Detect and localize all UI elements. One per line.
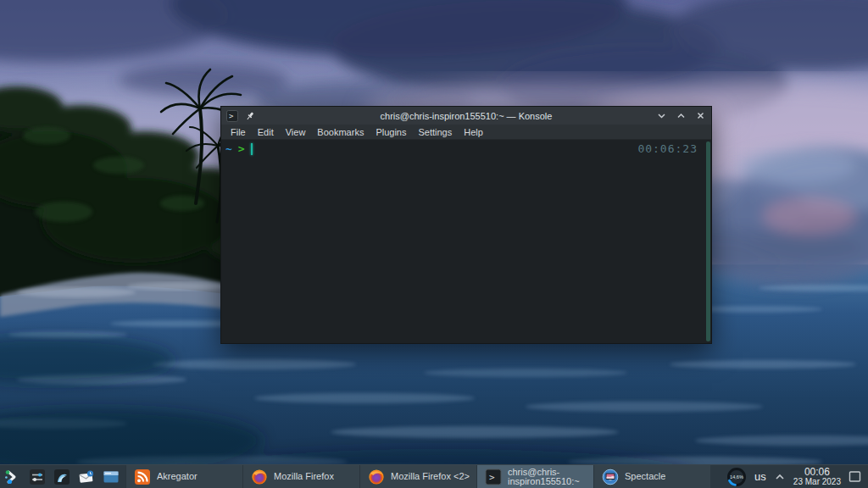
menu-view[interactable]: View [280,127,312,137]
digital-clock[interactable]: 00:06 23 Mar 2023 [793,466,841,486]
menu-file[interactable]: File [225,127,252,137]
terminal-cursor [251,143,253,155]
task-manager: Akregator [125,465,718,488]
task-akregator[interactable]: Akregator [125,465,242,488]
system-tray: 14,6% us 00:06 23 Mar 2023 [718,465,868,488]
pin-icon[interactable] [245,111,255,121]
application-launcher-icon[interactable] [3,468,22,486]
menubar: File Edit View Bookmarks Plugins Setting… [221,125,711,140]
task-label: Akregator [157,472,198,481]
keyboard-layout-indicator[interactable]: us [754,470,766,483]
clock-date: 23 Mar 2023 [793,478,841,487]
menu-edit[interactable]: Edit [252,127,280,137]
akregator-icon [134,469,151,485]
menu-plugins[interactable]: Plugins [370,127,412,137]
mail-icon[interactable] [77,468,96,486]
firefox-icon [368,469,385,485]
gauge-icon[interactable]: 14,6% [726,467,747,487]
konsole-window[interactable]: > chris@chris-inspiron155510:~ — Konsole [220,106,712,344]
konsole-icon: > [485,469,502,485]
task-spectacle[interactable]: Spectacle [593,465,710,488]
swirl-app-icon[interactable] [53,468,71,486]
file-manager-icon[interactable] [102,468,120,486]
terminal-scrollbar[interactable] [706,141,710,341]
task-konsole-active[interactable]: > chris@chris-inspiron155510:~ — Kon… [476,465,593,488]
window-title: chris@chris-inspiron155510:~ — Konsole [221,111,711,121]
task-label: Mozilla Firefox <2> [391,472,470,481]
prompt-timer: 00:06:23 [637,142,698,155]
desktop: > chris@chris-inspiron155510:~ — Konsole [0,0,868,488]
spectacle-icon [602,469,619,485]
gauge-percent-label: 14,6% [730,474,743,480]
chevron-up-icon[interactable] [774,472,786,482]
menu-help[interactable]: Help [458,127,489,137]
task-firefox-2[interactable]: Mozilla Firefox <2> [359,465,476,488]
sliders-settings-icon[interactable] [28,468,47,486]
task-label: Mozilla Firefox [274,472,334,481]
firefox-icon [251,469,268,485]
prompt-arrow: > [238,142,245,155]
launcher-area [0,465,125,488]
menu-bookmarks[interactable]: Bookmarks [311,127,370,137]
prompt-line: ~ > 00:06:23 [221,140,711,155]
maximize-button[interactable] [676,110,687,121]
taskbar-panel: Akregator [0,464,868,488]
konsole-icon: > [226,110,238,122]
task-label: chris@chris-inspiron155510:~ — Kon… [508,468,590,486]
close-button[interactable] [695,110,706,121]
terminal-area[interactable]: ~ > 00:06:23 [221,140,711,343]
task-label: Spectacle [625,472,665,481]
titlebar[interactable]: > chris@chris-inspiron155510:~ — Konsole [221,107,711,125]
minimize-button[interactable] [656,110,667,121]
show-desktop-icon[interactable] [849,470,861,483]
task-firefox[interactable]: Mozilla Firefox [242,465,359,488]
menu-settings[interactable]: Settings [412,127,458,137]
svg-text:>: > [229,112,234,120]
prompt-path: ~ [225,142,232,155]
svg-text:>: > [489,472,495,483]
